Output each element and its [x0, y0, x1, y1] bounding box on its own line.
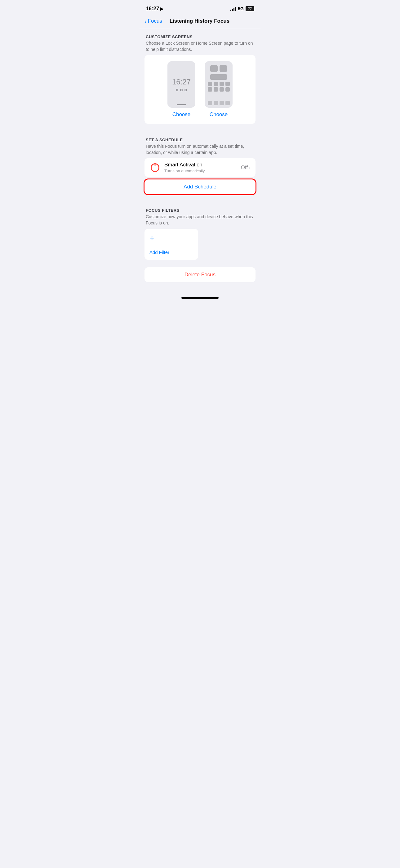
smart-activation-subtitle: Turns on automatically: [164, 168, 241, 173]
smart-activation-list: Smart Activation Turns on automatically …: [144, 158, 256, 177]
network-type: 5G: [238, 6, 244, 11]
home-icon-s8: [226, 87, 230, 92]
focus-filters-header: FOCUS FILTERS Customize how your apps an…: [139, 202, 261, 228]
dock-icon-3: [220, 101, 224, 105]
signal-bar-2: [232, 9, 233, 11]
filters-grid: + Add Filter: [144, 229, 256, 260]
signal-bar-3: [233, 8, 234, 11]
delete-card: Delete Focus: [144, 267, 256, 282]
smart-activation-title: Smart Activation: [164, 162, 241, 168]
customize-screens-header: CUSTOMIZE SCREENS Choose a Lock Screen o…: [139, 28, 261, 55]
screens-card: 16:27 Choose: [144, 55, 256, 124]
location-icon: ▶: [160, 6, 163, 11]
battery-level: 77: [245, 6, 254, 11]
smart-activation-row[interactable]: Smart Activation Turns on automatically …: [144, 158, 256, 177]
home-dock: [208, 101, 230, 105]
page-title: Listening History Focus: [143, 18, 256, 24]
customize-screens-title: CUSTOMIZE SCREENS: [146, 34, 254, 39]
delete-focus-label: Delete Focus: [185, 272, 215, 278]
customize-screens-description: Choose a Lock Screen or Home Screen page…: [146, 40, 254, 53]
plus-icon: +: [149, 234, 193, 243]
smart-activation-value: Off ›: [241, 164, 251, 171]
signal-bar-1: [230, 10, 231, 11]
home-top-icons: [210, 65, 227, 72]
schedule-description: Have this Focus turn on automatically at…: [146, 144, 254, 156]
power-icon-container: [149, 162, 161, 173]
lock-screen-option: 16:27 Choose: [167, 61, 195, 118]
schedule-section: SET A SCHEDULE Have this Focus turn on a…: [139, 131, 261, 194]
schedule-header: SET A SCHEDULE Have this Focus turn on a…: [139, 131, 261, 158]
home-indicator: [139, 294, 261, 304]
home-icon-s7: [220, 87, 224, 92]
dock-icon-4: [226, 101, 230, 105]
add-schedule-label: Add Schedule: [184, 184, 216, 190]
signal-bar-4: [235, 7, 236, 11]
home-icon-1: [210, 65, 218, 72]
lock-dot-1: [176, 89, 178, 91]
delete-section: Delete Focus: [144, 267, 256, 282]
content: CUSTOMIZE SCREENS Choose a Lock Screen o…: [139, 28, 261, 304]
add-filter-card[interactable]: + Add Filter: [144, 229, 198, 260]
lock-dots: [176, 89, 187, 91]
battery: 77: [245, 6, 254, 11]
customize-screens-section: CUSTOMIZE SCREENS Choose a Lock Screen o…: [139, 28, 261, 124]
home-icon-wide-1: [210, 74, 227, 80]
smart-activation-content: Smart Activation Turns on automatically: [164, 162, 241, 173]
status-bar: 16:27 ▶ 5G 77: [139, 0, 261, 16]
home-screen-choose-button[interactable]: Choose: [210, 112, 228, 118]
add-filter-label: Add Filter: [149, 250, 193, 255]
focus-filters-description: Customize how your apps and device behav…: [146, 214, 254, 226]
nav-bar: ‹ Focus Listening History Focus: [139, 16, 261, 28]
smart-activation-status: Off: [241, 164, 248, 171]
home-indicator-bar: [181, 297, 219, 299]
home-screen-mockup: [205, 61, 233, 108]
lock-bottom-bar: [177, 104, 186, 105]
lock-screen-mockup: 16:27: [167, 61, 195, 108]
home-icon-s1: [208, 82, 212, 86]
home-icon-s2: [214, 82, 218, 86]
status-time: 16:27 ▶: [146, 6, 163, 12]
status-right: 5G 77: [230, 6, 254, 11]
home-icon-s4: [226, 82, 230, 86]
dock-icon-2: [214, 101, 218, 105]
home-icon-s3: [220, 82, 224, 86]
chevron-right-icon: ›: [249, 165, 251, 170]
home-icon-row-2: [208, 87, 230, 92]
lock-screen-choose-button[interactable]: Choose: [172, 112, 191, 118]
delete-focus-row[interactable]: Delete Focus: [144, 267, 256, 282]
signal-bars: [230, 6, 236, 11]
lock-dot-2: [180, 89, 182, 91]
home-screen-option: Choose: [205, 61, 233, 118]
focus-filters-section: FOCUS FILTERS Customize how your apps an…: [139, 202, 261, 259]
home-icon-2: [220, 65, 227, 72]
schedule-title: SET A SCHEDULE: [146, 137, 254, 142]
add-schedule-list: Add Schedule: [144, 180, 256, 194]
add-schedule-row[interactable]: Add Schedule: [144, 180, 256, 194]
lock-dot-3: [185, 89, 187, 91]
home-icon-s6: [214, 87, 218, 92]
home-icon-s5: [208, 87, 212, 92]
home-icon-row-1: [208, 82, 230, 86]
power-icon: [151, 163, 159, 172]
focus-filters-title: FOCUS FILTERS: [146, 208, 254, 213]
lock-screen-time: 16:27: [172, 78, 191, 86]
dock-icon-1: [208, 101, 212, 105]
